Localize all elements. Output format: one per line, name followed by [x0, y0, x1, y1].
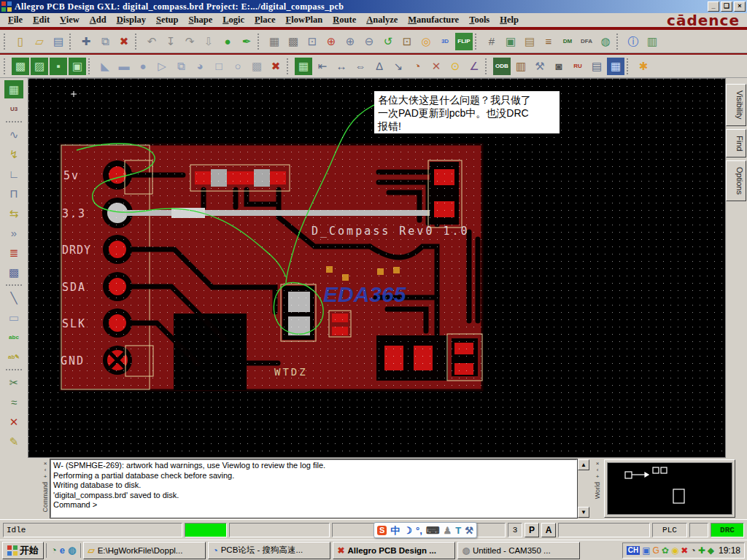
explorer-window-taskbar-button[interactable]: ▱E:\HgWorkFile\Doppl... — [83, 542, 206, 559]
copy-icon[interactable]: ⧉ — [96, 32, 115, 51]
add-polygon-icon[interactable]: ◣ — [96, 57, 115, 76]
place-manual-icon[interactable]: ▦ — [294, 57, 313, 76]
flip-design-icon[interactable]: FLIP — [454, 32, 473, 51]
route-fanout-icon[interactable]: ↯ — [4, 144, 24, 164]
ime-tools-icon[interactable]: ⚒ — [465, 526, 473, 535]
application-mode-button[interactable]: A — [541, 523, 556, 537]
circle-void-icon[interactable]: ○ — [228, 57, 247, 76]
slide-icon[interactable]: ✂ — [4, 373, 24, 392]
bus-route-icon[interactable]: ≣ — [4, 243, 24, 262]
menu-display[interactable]: Display — [112, 13, 151, 27]
command-close-icon[interactable]: × — [44, 460, 47, 467]
shape-merge-icon[interactable]: ▣ — [68, 57, 87, 76]
nc-drill-icon[interactable]: ▦ — [606, 57, 625, 76]
close-button[interactable]: × — [734, 1, 746, 12]
menu-shape[interactable]: Shape — [184, 13, 218, 27]
ime-user-icon[interactable]: ♟ — [444, 526, 452, 535]
menu-route[interactable]: Route — [328, 13, 361, 27]
tools-wrench-icon[interactable]: ⚒ — [530, 57, 549, 76]
network-error-tray-icon[interactable]: ✖ — [681, 546, 688, 555]
ime-cn-icon[interactable]: 中 — [390, 526, 400, 535]
cross-section-icon[interactable]: ≡ — [539, 32, 558, 51]
menu-file[interactable]: File — [3, 13, 28, 27]
console-prompt[interactable]: Command > — [53, 500, 574, 510]
world-pin-icon[interactable]: + — [596, 473, 600, 480]
dm-table-icon[interactable]: DM — [558, 32, 577, 51]
gray-shape-icon[interactable]: ▩ — [247, 57, 266, 76]
menu-manufacture[interactable]: Manufacture — [403, 13, 464, 27]
menu-analyze[interactable]: Analyze — [361, 13, 403, 27]
menu-setup[interactable]: Setup — [151, 13, 184, 27]
command-collapse-icon[interactable]: ‹ — [44, 467, 47, 473]
measure-icon[interactable]: ∠ — [465, 57, 484, 76]
add-line-icon[interactable]: ╲ — [4, 288, 24, 308]
command-pin-icon[interactable]: + — [44, 473, 47, 480]
start-button[interactable]: 开始 — [2, 542, 44, 559]
world-view-panel[interactable] — [604, 459, 735, 518]
leader-line-icon[interactable]: ↘ — [389, 57, 408, 76]
messenger-icon[interactable]: ◍ — [68, 545, 76, 555]
grid-color-icon[interactable]: ▩ — [284, 32, 303, 51]
shape-edit-icon[interactable]: ▨ — [30, 57, 49, 76]
grid-toggle-icon[interactable]: # — [482, 32, 501, 51]
add-component-icon[interactable]: U3 — [4, 99, 24, 119]
edit-text-icon[interactable]: ab✎ — [4, 347, 24, 367]
ime-skin-icon[interactable]: T — [455, 526, 461, 535]
route-meander-icon[interactable]: Π — [4, 184, 24, 203]
qq-tray-icon[interactable]: ◉ — [671, 546, 678, 555]
minimize-button[interactable]: _ — [708, 1, 719, 12]
status-table-icon[interactable]: ▥ — [643, 32, 662, 51]
safe-360-tray-icon[interactable]: ✚ — [698, 546, 705, 555]
compass-icon[interactable]: ◔ — [408, 57, 427, 76]
menu-flowplan[interactable]: FlowPlan — [281, 13, 328, 27]
swatches-icon[interactable]: ▤ — [520, 32, 539, 51]
menu-help[interactable]: Help — [495, 13, 524, 27]
redo-icon[interactable]: ↷ — [180, 32, 199, 51]
cut-marks-icon[interactable]: ✕ — [427, 57, 446, 76]
zoom-in-select-icon[interactable]: ⊕ — [322, 32, 341, 51]
layer-books-icon[interactable]: ▥ — [511, 57, 530, 76]
view-3d-icon[interactable]: 3D — [436, 32, 454, 51]
tab-options[interactable]: Options — [726, 160, 746, 201]
grid-points-icon[interactable]: ▦ — [265, 32, 284, 51]
add-connect-icon[interactable]: ∿ — [4, 125, 24, 144]
odb-export-icon[interactable]: ODB — [492, 57, 511, 76]
scroll-up-icon[interactable]: ▲ — [578, 459, 589, 470]
rect-void-icon[interactable]: □ — [209, 57, 228, 76]
menu-logic[interactable]: Logic — [217, 13, 249, 27]
world-table-icon[interactable]: ◍ — [596, 32, 615, 51]
new-drawing-icon[interactable]: ▯ — [11, 32, 30, 51]
ime-halfwidth-icon[interactable]: ☽ — [403, 526, 412, 535]
rename-refdes-icon[interactable]: RU — [568, 57, 587, 76]
dimension-icon[interactable]: ↔ — [332, 57, 351, 76]
select-shape-icon[interactable]: ▷ — [152, 57, 171, 76]
fanout-by-pick-icon[interactable]: » — [4, 223, 24, 243]
world-close-icon[interactable]: × — [596, 460, 600, 467]
pin-dimension-icon[interactable]: ⇔ — [351, 57, 370, 76]
route-corner-icon[interactable]: ∟ — [4, 164, 24, 184]
color-dialog-icon[interactable]: ▣ — [501, 32, 520, 51]
sogou-logo-icon[interactable]: S — [377, 526, 387, 535]
design-canvas[interactable]: 5v 3.3 DRDY SDA SLK GND D_Compass Rev0 1… — [28, 78, 726, 458]
undo-drop-icon[interactable]: ↧ — [161, 32, 180, 51]
antivirus-tray-icon[interactable]: ✿ — [662, 546, 669, 555]
scroll-down-icon[interactable]: ▼ — [578, 507, 589, 518]
zoom-in-icon[interactable]: ⊕ — [341, 32, 360, 51]
tab-find[interactable]: Find — [726, 129, 746, 158]
shape-void-icon[interactable]: ▪ — [49, 57, 68, 76]
move-icon[interactable]: ✚ — [77, 32, 96, 51]
internet-explorer-icon[interactable]: e — [60, 545, 65, 555]
add-pin-icon[interactable]: ▦ — [4, 79, 24, 99]
angle-dimension-icon[interactable]: ∆ — [370, 57, 389, 76]
copy-shape-icon[interactable]: ⧉ — [171, 57, 190, 76]
edit-boundary-icon[interactable]: ◕ — [190, 57, 209, 76]
edit-vertex-icon[interactable]: ✎ — [4, 432, 24, 451]
save-drawing-icon[interactable]: ▤ — [49, 32, 68, 51]
zoom-previous-icon[interactable]: ↺ — [379, 32, 398, 51]
delay-tune-icon[interactable]: ≈ — [4, 392, 24, 412]
sogou-ime-bar[interactable]: S中☽°,⌨♟T⚒ — [374, 522, 477, 538]
add-rect-shape-icon[interactable]: ▬ — [115, 57, 133, 76]
ime-punct-icon[interactable]: °, — [416, 526, 422, 535]
add-text-icon[interactable]: abc — [4, 327, 24, 347]
language-indicator[interactable]: CH — [627, 546, 640, 555]
